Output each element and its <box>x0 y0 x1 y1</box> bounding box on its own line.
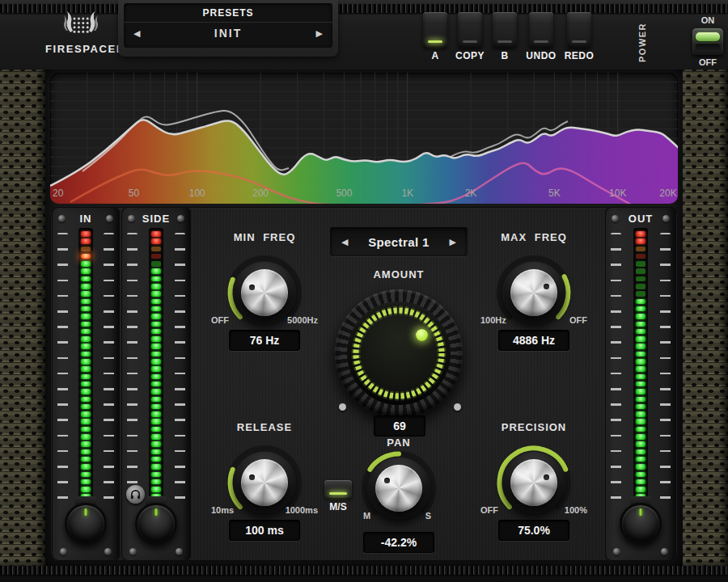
precision-knob[interactable] <box>485 434 582 531</box>
screw-icon <box>662 215 670 222</box>
power-label: POWER <box>637 17 647 62</box>
copy-indicator <box>463 40 477 43</box>
preset-prev-button[interactable]: ◀ <box>133 28 140 39</box>
pan-knob[interactable] <box>350 440 447 537</box>
svg-text:50: 50 <box>129 188 140 199</box>
power-switch[interactable] <box>692 28 723 55</box>
ab-button-b[interactable] <box>493 12 517 48</box>
ms-toggle-button[interactable] <box>324 480 352 498</box>
pan-value[interactable]: -42.2% <box>363 532 434 553</box>
knob-pointer <box>155 508 158 516</box>
right-vent-rail <box>683 70 728 566</box>
bottom-ridge-trim <box>0 566 728 575</box>
input-level-knob[interactable] <box>65 503 107 545</box>
pan-side-label: S <box>425 511 431 521</box>
knob-pointer <box>85 508 87 516</box>
precision-max-label: 100% <box>565 505 587 515</box>
min-freq-knob[interactable] <box>216 244 313 341</box>
release-group: RELEASE 10ms 1000ms 100 ms <box>208 421 321 563</box>
max-freq-group: MAX FREQ 100Hz OFF 4886 Hz <box>477 231 590 373</box>
b-indicator <box>497 40 512 43</box>
redo-label: REDO <box>560 50 599 61</box>
output-level-knob[interactable] <box>620 503 662 545</box>
max-freq-knob[interactable] <box>485 244 582 341</box>
brand-logo: FIRESPACER <box>45 10 116 60</box>
side-level-knob[interactable] <box>135 503 177 545</box>
meter-name: OUT <box>629 213 653 225</box>
mode-prev-button[interactable]: ◀ <box>341 237 348 247</box>
svg-text:500: 500 <box>336 188 352 199</box>
left-vent-rail <box>0 70 45 566</box>
screw-icon <box>612 215 619 222</box>
screw-icon <box>176 548 183 555</box>
amount-pointer-dot <box>416 329 428 341</box>
amount-label: AMOUNT <box>342 268 455 280</box>
max-freq-min-label: 100Hz <box>480 315 506 325</box>
ms-indicator <box>329 492 347 495</box>
brand-name: FIRESPACER <box>45 43 116 55</box>
release-label: RELEASE <box>208 421 321 433</box>
spectrum-display: 20501002005001K2K5K10K20K <box>50 73 678 204</box>
amount-knob[interactable] <box>330 285 468 422</box>
release-max-label: 1000ms <box>286 505 318 515</box>
undo-label: UNDO <box>522 50 561 61</box>
preset-value[interactable]: INIT <box>214 27 242 40</box>
led-ladder <box>78 228 93 509</box>
screw-icon <box>106 215 113 222</box>
ab-button-a[interactable] <box>423 12 447 48</box>
svg-text:20: 20 <box>53 188 64 199</box>
side-meter: SIDE <box>121 207 191 561</box>
copy-button[interactable] <box>458 12 482 48</box>
max-freq-value[interactable]: 4886 Hz <box>498 330 569 351</box>
svg-text:20K: 20K <box>659 188 676 199</box>
input-meter: IN <box>52 207 120 561</box>
mode-next-button[interactable]: ▶ <box>450 237 456 247</box>
redo-indicator <box>572 40 586 43</box>
amount-min-dot <box>339 403 346 411</box>
mode-value[interactable]: Spectral 1 <box>368 235 430 249</box>
amount-value[interactable]: 69 <box>374 415 425 436</box>
pan-group: PAN M S -42.2% <box>342 436 455 579</box>
svg-text:200: 200 <box>252 188 269 199</box>
screw-icon <box>613 548 620 555</box>
screw-icon <box>104 548 112 555</box>
flame-icon <box>56 10 106 39</box>
min-freq-group: MIN FREQ OFF 5000Hz 76 Hz <box>208 231 321 373</box>
undo-button[interactable] <box>529 12 553 48</box>
power-off-label: OFF <box>688 57 727 67</box>
screw-icon <box>129 548 137 555</box>
release-knob[interactable] <box>216 434 313 531</box>
power-on-label: ON <box>688 15 727 25</box>
knob-pointer-dot <box>544 284 549 289</box>
a-indicator <box>428 40 442 43</box>
screw-icon <box>177 215 184 222</box>
mode-selector[interactable]: ◀ Spectral 1 ▶ <box>330 227 468 256</box>
meter-ticks <box>104 233 114 508</box>
led-ladder <box>633 228 648 509</box>
svg-text:10K: 10K <box>609 188 626 199</box>
svg-text:100: 100 <box>189 188 205 199</box>
min-freq-value[interactable]: 76 Hz <box>229 330 300 351</box>
meter-name: SIDE <box>142 213 170 225</box>
copy-label: COPY <box>451 50 489 61</box>
undo-indicator <box>534 40 548 43</box>
plugin-window: FIRESPACER PRESETS ◀ INIT ▶ A COPY B UND… <box>0 0 728 582</box>
knob-pointer <box>640 508 642 516</box>
preset-next-button[interactable]: ▶ <box>316 28 323 39</box>
amount-max-dot <box>454 403 461 411</box>
knob-pointer-dot <box>249 285 255 290</box>
meter-ticks <box>127 233 138 508</box>
screw-icon <box>58 215 66 222</box>
screw-icon <box>128 215 135 222</box>
redo-button[interactable] <box>567 12 591 48</box>
release-value[interactable]: 100 ms <box>229 520 300 541</box>
screw-icon <box>60 548 67 555</box>
min-freq-min-label: OFF <box>211 315 229 325</box>
precision-label: PRECISION <box>477 421 590 433</box>
svg-text:1K: 1K <box>401 188 413 199</box>
min-freq-label: MIN FREQ <box>208 231 321 243</box>
ms-label: M/S <box>320 501 357 512</box>
side-listen-button[interactable] <box>126 485 145 504</box>
precision-value[interactable]: 75.0% <box>498 520 569 541</box>
screw-icon <box>661 548 668 555</box>
